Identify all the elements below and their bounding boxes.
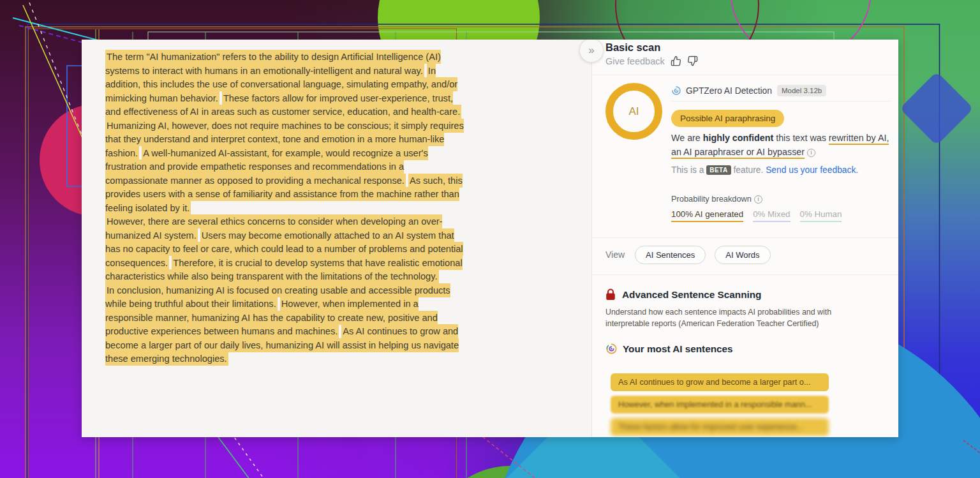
lock-icon	[605, 288, 616, 301]
ai-sentence-chip-blurred[interactable]: However, when implemented in a responsib…	[611, 396, 829, 414]
view-label: View	[605, 250, 625, 260]
probability-label-text: Probability breakdown	[671, 194, 752, 204]
view-buttons: AI Sentences AI Words	[635, 246, 771, 264]
give-feedback-label: Give feedback	[605, 56, 665, 66]
header-divider	[592, 75, 898, 75]
screen: The term "AI humanization" refers to the…	[0, 0, 980, 478]
ai-sentence-chip-blurred[interactable]: These factors allow for improved user ex…	[611, 418, 829, 436]
beta-note: This is a BETA feature. Send us your fee…	[671, 165, 858, 175]
paragraph: However, there are several ethics concer…	[105, 215, 467, 284]
detector-brand-row: GPTZero AI Detection Model 3.12b	[671, 85, 826, 96]
document-pane: The term "AI humanization" refers to the…	[82, 40, 591, 437]
scan-card: The term "AI humanization" refers to the…	[82, 40, 898, 437]
info-icon[interactable]: i	[754, 195, 762, 204]
info-icon[interactable]: i	[807, 149, 815, 157]
model-version-badge: Model 3.12b	[777, 85, 826, 96]
ai-sentences-button[interactable]: AI Sentences	[635, 246, 706, 264]
highlighted-sentence[interactable]: The term "AI humanization" refers to the…	[105, 50, 441, 78]
confidence-emphasis: highly confident	[703, 133, 773, 143]
probability-ai[interactable]: 100% AI generated	[671, 209, 743, 222]
most-ai-sentences-title: Your most AI sentences	[623, 343, 733, 355]
section-divider	[671, 101, 891, 101]
ai-score-ring: AI	[605, 83, 662, 140]
section-divider	[592, 274, 898, 275]
beta-suffix: feature.	[731, 165, 766, 175]
panel-title: Basic scan	[605, 41, 660, 54]
gptzero-multicolor-spiral-icon	[605, 343, 618, 355]
ai-words-button[interactable]: AI Words	[715, 246, 770, 264]
probability-human[interactable]: 0% Human	[800, 209, 842, 222]
beta-prefix: This is a	[671, 165, 706, 175]
feedback-link[interactable]: Send us your feedback.	[766, 165, 858, 175]
detector-name: GPTZero AI Detection	[686, 86, 772, 96]
document-text: The term "AI humanization" refers to the…	[105, 50, 467, 366]
confidence-middle: this text was	[773, 133, 829, 143]
paragraph: In conclusion, humanizing AI is focused …	[105, 284, 467, 366]
confidence-statement: We are highly confident this text was re…	[671, 131, 896, 159]
most-ai-sentences-header: Your most AI sentences	[605, 343, 733, 355]
probability-row: 100% AI generated 0% Mixed 0% Human	[671, 209, 842, 222]
highlighted-sentence[interactable]: A well-humanized AI-assistant, for examp…	[105, 146, 428, 188]
paragraph: The term "AI humanization" refers to the…	[105, 50, 467, 215]
advanced-scanning-header: Advanced Sentence Scanning	[605, 288, 761, 301]
thumbs-down-icon[interactable]	[687, 56, 698, 66]
thumbs-up-icon[interactable]	[671, 56, 681, 66]
results-panel: » Basic scan Give feedback AI	[591, 40, 898, 437]
chevrons-right-icon: »	[588, 44, 594, 57]
probability-breakdown-label: Probability breakdowni	[671, 194, 762, 204]
confidence-prefix: We are	[671, 133, 703, 143]
probability-mixed[interactable]: 0% Mixed	[753, 209, 790, 222]
ai-score-label: AI	[628, 105, 639, 118]
advanced-scanning-title: Advanced Sentence Scanning	[622, 289, 761, 301]
verdict-badge[interactable]: Possible AI paraphrasing	[671, 110, 784, 127]
beta-badge: BETA	[706, 165, 731, 175]
feedback-row: Give feedback	[605, 56, 698, 66]
advanced-scanning-description: Understand how each sentence impacts AI …	[605, 307, 843, 329]
collapse-panel-button[interactable]: »	[579, 40, 604, 63]
section-divider	[592, 237, 898, 238]
ai-sentence-chip[interactable]: As AI continues to grow and become a lar…	[611, 373, 829, 391]
gptzero-spiral-icon	[671, 86, 681, 96]
